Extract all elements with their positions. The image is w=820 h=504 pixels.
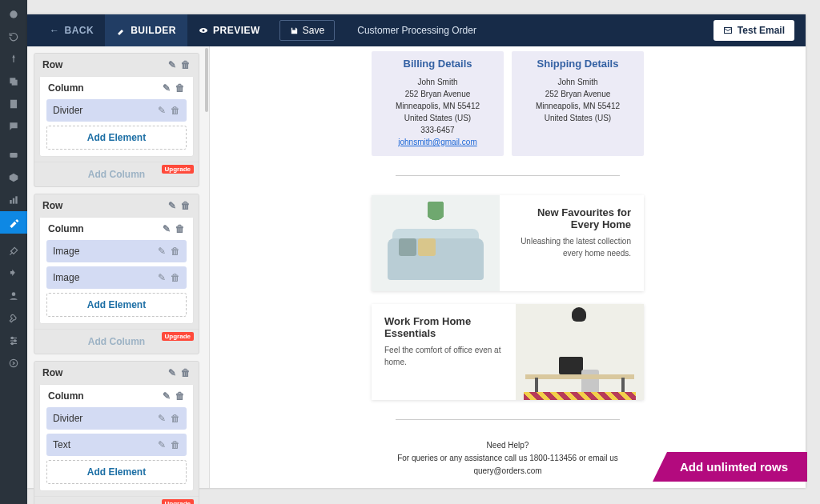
back-button[interactable]: ← BACK xyxy=(38,14,105,46)
edit-icon[interactable]: ✎ xyxy=(168,59,176,70)
divider-line xyxy=(396,175,620,176)
promo2-title: Work From Home Essentials xyxy=(384,315,503,339)
app-window: ← BACK BUILDER PREVIEW Save Customer Pro… xyxy=(27,14,806,488)
nav-appearance-icon[interactable] xyxy=(0,240,27,262)
element-divider[interactable]: Divider ✎🗑 xyxy=(46,99,187,122)
delete-icon[interactable]: 🗑 xyxy=(175,390,185,402)
billing-name: John Smith xyxy=(376,76,499,88)
add-column-row: Upgrade Add Column xyxy=(34,329,199,354)
element-label: Divider xyxy=(53,413,82,424)
element-text[interactable]: Text ✎🗑 xyxy=(46,434,187,456)
edit-icon[interactable]: ✎ xyxy=(168,367,176,378)
delete-icon[interactable]: 🗑 xyxy=(181,59,191,70)
nav-dashboard-icon[interactable] xyxy=(0,3,27,26)
save-icon xyxy=(290,26,299,35)
nav-settings-icon[interactable] xyxy=(0,330,27,352)
row-block[interactable]: Row ✎🗑 Column ✎🗑 Divider ✎🗑 Text ✎🗑 xyxy=(34,361,199,504)
edit-icon[interactable]: ✎ xyxy=(158,439,166,450)
add-element-button[interactable]: Add Element xyxy=(46,126,187,150)
divider-line xyxy=(396,419,620,420)
edit-icon[interactable]: ✎ xyxy=(163,390,171,402)
svg-rect-2 xyxy=(12,80,18,86)
delete-icon[interactable]: 🗑 xyxy=(171,413,180,424)
upgrade-badge[interactable]: Upgrade xyxy=(162,499,194,504)
upgrade-badge[interactable]: Upgrade xyxy=(162,332,194,341)
delete-icon[interactable]: 🗑 xyxy=(175,82,185,94)
nav-plugins-icon[interactable] xyxy=(0,262,27,285)
row-header[interactable]: Row ✎ 🗑 xyxy=(34,54,199,76)
edit-icon[interactable]: ✎ xyxy=(158,246,166,257)
nav-comments-icon[interactable] xyxy=(0,115,27,138)
nav-analytics-icon[interactable] xyxy=(0,189,27,211)
billing-phone: 333-6457 xyxy=(376,124,499,136)
promo2-desc: Feel the comfort of office even at home. xyxy=(384,344,503,368)
upgrade-badge[interactable]: Upgrade xyxy=(162,165,194,174)
column-label: Column xyxy=(48,390,84,402)
add-element-button[interactable]: Add Element xyxy=(46,460,187,484)
delete-icon[interactable]: 🗑 xyxy=(171,105,180,116)
test-email-button[interactable]: Test Email xyxy=(713,20,794,41)
edit-icon[interactable]: ✎ xyxy=(163,82,171,94)
nav-media-icon[interactable] xyxy=(0,70,27,93)
column-header[interactable]: Column ✎🗑 xyxy=(40,77,193,99)
nav-woo-icon[interactable] xyxy=(0,144,27,166)
nav-users-icon[interactable] xyxy=(0,285,27,307)
promo1-title: New Favourites for Every Home xyxy=(512,206,631,230)
shipping-title: Shipping Details xyxy=(517,58,639,70)
delete-icon[interactable]: 🗑 xyxy=(175,223,185,234)
row-block[interactable]: Row ✎🗑 Column ✎🗑 Image ✎🗑 Image ✎🗑 xyxy=(34,194,199,354)
element-image[interactable]: Image ✎🗑 xyxy=(46,266,187,289)
delete-icon[interactable]: 🗑 xyxy=(171,272,180,283)
row-block[interactable]: Row ✎ 🗑 Column ✎🗑 Divider ✎🗑 Ad xyxy=(34,53,199,187)
nav-divider xyxy=(0,234,27,240)
row-header[interactable]: Row ✎🗑 xyxy=(34,362,199,384)
column-header[interactable]: Column ✎🗑 xyxy=(40,385,193,407)
tab-builder[interactable]: BUILDER xyxy=(105,14,187,46)
tab-preview[interactable]: PREVIEW xyxy=(187,14,271,46)
billing-country: United States (US) xyxy=(376,112,499,124)
promo1-desc: Unleashing the latest collection every h… xyxy=(512,235,631,259)
svg-point-13 xyxy=(14,340,16,342)
edit-icon[interactable]: ✎ xyxy=(163,223,171,234)
element-image[interactable]: Image ✎🗑 xyxy=(46,240,187,262)
column-block: Column ✎🗑 Divider ✎🗑 Text ✎🗑 Add Element xyxy=(39,384,194,491)
column-block: Column ✎🗑 Divider ✎🗑 Add Element xyxy=(39,76,194,157)
arrow-left-icon: ← xyxy=(50,25,60,36)
nav-customizer-icon[interactable] xyxy=(0,211,27,234)
add-rows-cta[interactable]: Add unlimted rows xyxy=(653,452,807,482)
svg-point-0 xyxy=(10,10,17,18)
delete-icon[interactable]: 🗑 xyxy=(171,246,180,257)
nav-products-icon[interactable] xyxy=(0,166,27,189)
nav-tools-icon[interactable] xyxy=(0,307,27,330)
structure-panel: Row ✎ 🗑 Column ✎🗑 Divider ✎🗑 Ad xyxy=(27,46,210,488)
edit-icon[interactable]: ✎ xyxy=(158,105,166,116)
nav-pin-icon[interactable] xyxy=(0,48,27,70)
delete-icon[interactable]: 🗑 xyxy=(171,439,180,450)
shipping-city: Minneapolis, MN 55412 xyxy=(517,100,639,112)
nav-updates-icon[interactable] xyxy=(0,26,27,48)
column-header[interactable]: Column ✎🗑 xyxy=(40,218,193,240)
svg-point-17 xyxy=(203,30,205,32)
svg-point-8 xyxy=(12,292,16,296)
svg-point-12 xyxy=(11,337,13,338)
row-header[interactable]: Row ✎🗑 xyxy=(34,194,199,217)
delete-icon[interactable]: 🗑 xyxy=(181,200,191,211)
element-label: Text xyxy=(53,439,70,450)
panel-scrollbar[interactable] xyxy=(205,48,209,486)
email-title: Customer Processing Order xyxy=(357,25,476,36)
svg-rect-5 xyxy=(10,200,11,204)
promo-image-office xyxy=(516,304,644,400)
tab-preview-label: PREVIEW xyxy=(213,25,260,36)
back-label: BACK xyxy=(65,25,94,36)
nav-pages-icon[interactable] xyxy=(0,93,27,115)
delete-icon[interactable]: 🗑 xyxy=(181,367,191,378)
element-divider[interactable]: Divider ✎🗑 xyxy=(46,407,187,430)
edit-icon[interactable]: ✎ xyxy=(158,413,166,424)
svg-point-14 xyxy=(11,342,13,344)
edit-icon[interactable]: ✎ xyxy=(158,272,166,283)
nav-collapse-icon[interactable] xyxy=(0,352,27,374)
add-element-button[interactable]: Add Element xyxy=(46,293,187,317)
billing-email[interactable]: johnsmith@gmail.com xyxy=(376,136,499,148)
save-button[interactable]: Save xyxy=(279,20,335,41)
edit-icon[interactable]: ✎ xyxy=(168,200,176,211)
